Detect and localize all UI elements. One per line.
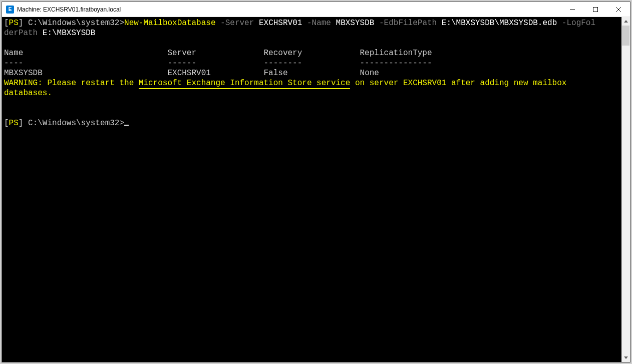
prompt-bracket-close: ] [19, 19, 24, 28]
terminal-output[interactable]: [PS] C:\Windows\system32>New-MailboxData… [2, 17, 621, 362]
col-div-recovery: -------- [263, 59, 302, 68]
arg-edb: E:\MBXSYSDB\MBXSYSDB.edb [442, 19, 557, 28]
scroll-thumb[interactable] [622, 26, 629, 46]
col-div-server: ------ [167, 59, 196, 68]
chevron-up-icon [624, 20, 628, 23]
arg-name: MBXSYSDB [336, 19, 375, 28]
warning-highlight: Microsoft Exchange Information Store ser… [139, 79, 350, 89]
app-icon: E [6, 6, 14, 14]
row-name: MBXSYSDB [4, 69, 43, 78]
row-repl: None [360, 69, 379, 78]
param-log: -LogFol [557, 19, 595, 28]
prompt2-bracket-close: ] [19, 119, 24, 128]
svg-rect-1 [593, 7, 598, 12]
scroll-track[interactable] [621, 26, 630, 353]
param-server: -Server [216, 19, 259, 28]
col-div-name: ---- [4, 59, 23, 68]
terminal-area: [PS] C:\Windows\system32>New-MailboxData… [2, 17, 630, 362]
param-name: -Name [302, 19, 336, 28]
row-server: EXCHSRV01 [167, 69, 210, 78]
close-icon [616, 7, 621, 12]
minimize-button[interactable] [561, 2, 584, 17]
col-hdr-server: Server [167, 49, 196, 58]
warning-post1: on server EXCHSRV01 after adding new mai… [350, 79, 566, 88]
console-window: E Machine: EXCHSRV01.firatboyan.local [P… [2, 2, 630, 362]
arg-server: EXCHSRV01 [259, 19, 302, 28]
cursor [124, 125, 129, 126]
arg-log: E:\MBXSYSDB [43, 29, 96, 38]
param-edb: -EdbFilePath [374, 19, 441, 28]
titlebar[interactable]: E Machine: EXCHSRV01.firatboyan.local [2, 2, 630, 17]
prompt-path: C:\Windows\system32> [23, 19, 124, 28]
prompt2-ps: PS [9, 119, 19, 128]
scroll-down-button[interactable] [621, 353, 630, 362]
maximize-button[interactable] [584, 2, 607, 17]
cmdlet-name: New-MailboxDatabase [124, 19, 215, 28]
scroll-up-button[interactable] [621, 17, 630, 26]
warning-post2: databases. [4, 89, 52, 98]
app-icon-letter: E [9, 7, 12, 12]
col-hdr-recovery: Recovery [263, 49, 302, 58]
prompt-bracket: [ [4, 19, 9, 28]
prompt2-bracket: [ [4, 119, 9, 128]
col-hdr-name: Name [4, 49, 23, 58]
warning-pre: WARNING: Please restart the [4, 79, 139, 88]
chevron-down-icon [624, 356, 628, 359]
param-log-cont: derPath [4, 29, 43, 38]
col-div-repl: --------------- [360, 59, 432, 68]
prompt-ps: PS [9, 19, 19, 28]
maximize-icon [593, 7, 598, 12]
minimize-icon [570, 7, 575, 12]
col-hdr-repl: ReplicationType [360, 49, 432, 58]
vertical-scrollbar[interactable] [621, 17, 630, 362]
row-recovery: False [264, 69, 288, 78]
prompt2-path: C:\Windows\system32> [23, 119, 124, 128]
window-title: Machine: EXCHSRV01.firatboyan.local [17, 6, 561, 13]
close-button[interactable] [607, 2, 630, 17]
